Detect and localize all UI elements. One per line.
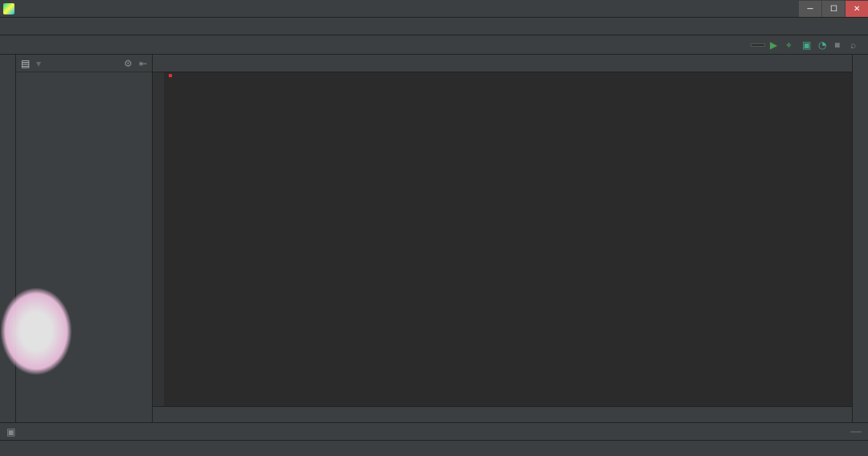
profile-icon[interactable]: ◔ [818, 39, 829, 51]
toggle-tools-icon[interactable]: ▣ [6, 426, 15, 438]
folder-icon: ▤ [21, 58, 30, 69]
collapse-icon[interactable]: ⇤ [139, 58, 147, 69]
app-icon [3, 3, 14, 14]
run-icon[interactable]: ▶ [770, 39, 781, 51]
project-sidebar: ▤ ▾ ⚙ ⇤ [16, 55, 153, 422]
code-editor[interactable] [153, 72, 852, 406]
event-log[interactable] [850, 431, 862, 433]
stop-icon[interactable]: ■ [834, 39, 845, 51]
tool-tab-remotehost[interactable] [859, 92, 862, 101]
title-bar: ─ ☐ ✕ [0, 0, 868, 18]
search-icon[interactable]: ⌕ [850, 39, 862, 51]
minimize-button[interactable]: ─ [799, 1, 821, 17]
run-toolbar: ▶ ⌖ ▣ ◔ ■ ⌕ [751, 39, 862, 51]
tool-tab-sciview[interactable] [859, 76, 862, 85]
tool-tab-project[interactable] [6, 58, 10, 68]
editor-tabs [153, 55, 852, 72]
editor-area [153, 55, 852, 422]
code-breadcrumb[interactable] [153, 406, 852, 422]
tool-tab-favorites[interactable] [6, 413, 10, 422]
run-config-select[interactable] [751, 43, 765, 47]
gear-icon[interactable]: ⚙ [124, 58, 133, 69]
highlight-box [169, 74, 172, 77]
line-numbers [153, 72, 164, 406]
maximize-button[interactable]: ☐ [822, 1, 845, 17]
tool-tab-database[interactable] [859, 60, 862, 69]
project-tree[interactable] [16, 72, 152, 422]
left-tool-gutter [0, 55, 16, 422]
right-tool-gutter [852, 55, 868, 422]
code-content[interactable] [164, 72, 852, 406]
status-bar [0, 440, 868, 456]
close-button[interactable]: ✕ [845, 1, 868, 17]
bottom-tool-bar: ▣ [0, 422, 868, 440]
window-controls: ─ ☐ ✕ [799, 1, 868, 17]
sidebar-header: ▤ ▾ ⚙ ⇤ [16, 55, 152, 72]
tool-tab-structure[interactable] [6, 74, 10, 84]
menu-bar [0, 18, 868, 35]
coverage-icon[interactable]: ▣ [802, 39, 813, 51]
debug-icon[interactable]: ⌖ [786, 39, 797, 51]
breadcrumb-bar: ▶ ⌖ ▣ ◔ ■ ⌕ [0, 35, 868, 55]
